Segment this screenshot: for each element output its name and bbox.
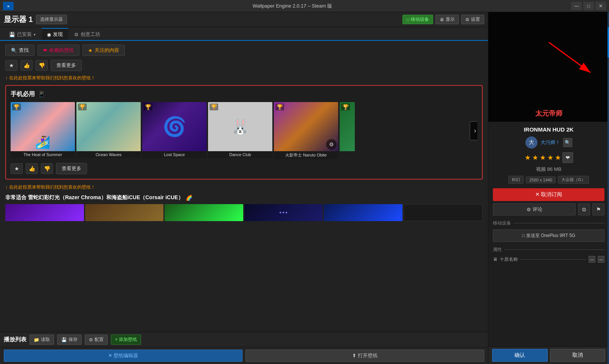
red-arrow-indicator	[541, 35, 602, 80]
titlebar-icon: »	[3, 2, 14, 10]
wallpaper-item-dance[interactable]: 🐰 🏆 Dance Club	[208, 102, 272, 159]
content-area: 🔍 查找 ❤ 收藏的壁纸 ★ 关注的内容 ★ 👍 👎 查看更多	[0, 41, 488, 332]
razer-thumb-2[interactable]	[85, 204, 164, 221]
star-section-button[interactable]: ★	[11, 163, 23, 174]
trophy-icon-4: 🏆	[210, 104, 218, 110]
wallpaper-item-ocean[interactable]: 🏆 Ocean Waves	[76, 102, 141, 159]
playlist-label: 播放列表	[4, 336, 26, 343]
divider-line-2	[504, 249, 604, 250]
star-5: ★	[555, 153, 561, 162]
titlebar-controls: — □ ✕	[571, 2, 606, 10]
add-wallpaper-button[interactable]: + 添加壁纸	[111, 335, 141, 345]
razer-thumb-1[interactable]	[5, 204, 84, 221]
wallpaper-item-heat[interactable]: 🏄‍♀️ 🏆 The Heat of Summer	[11, 102, 75, 159]
search-author-button[interactable]: 🔍	[563, 138, 572, 147]
playlist-read-button[interactable]: 📁 读取	[30, 335, 54, 345]
favorites-button[interactable]: ❤ 收藏的壁纸	[37, 45, 79, 56]
wallpaper-item-naruto[interactable]: ⚙ 🏆 火影帝士 Naruto Obite	[274, 102, 338, 159]
razer-thumb-4[interactable]: ✦✦✦	[244, 204, 323, 221]
confirm-button[interactable]: 确认	[492, 349, 548, 362]
props-minus-button[interactable]: —	[589, 256, 595, 263]
razer-thumb-6[interactable]	[404, 204, 483, 221]
review-button[interactable]: ⚙ 评论	[493, 203, 576, 215]
playlist-config-button[interactable]: ⚙ 配置	[85, 335, 108, 345]
file-size: 视频 86 MB	[493, 166, 604, 173]
razer-thumbs: ✦✦✦	[5, 204, 483, 221]
razer-thumb-3[interactable]	[165, 204, 243, 221]
close-button[interactable]: ✕	[595, 2, 606, 10]
next-button[interactable]: ›	[470, 121, 477, 140]
wallpaper-item-painting[interactable]: 🏆	[340, 102, 355, 159]
mobile-section: 手机必用 📱 🏄‍♀️ 🏆 The Heat of Summer	[5, 85, 483, 180]
star-2: ★	[532, 153, 538, 162]
razer-section-header: 非常适合 雷蛇幻彩灯光（Razer Chroma）和海盗船iCUE（Corsai…	[5, 194, 483, 201]
wallpaper-label-1: The Heat of Summer	[11, 151, 75, 158]
display-button[interactable]: 🖥 显示	[435, 15, 459, 24]
more-section-button[interactable]: 查看更多	[56, 163, 87, 174]
mobile-divider: 移动设备	[493, 220, 604, 226]
cancel-button[interactable]: 取消	[550, 349, 606, 362]
props-dash-button[interactable]: —	[598, 256, 604, 263]
author-avatar: 大	[525, 136, 538, 149]
like-button[interactable]: 👍	[20, 60, 33, 71]
unsubscribe-button[interactable]: ✕ 取消订阅	[493, 188, 604, 201]
mobile-section-header: 手机必用 📱	[11, 90, 477, 98]
more-button-top[interactable]: 查看更多	[51, 60, 82, 71]
tab-discover[interactable]: ◉ 发现	[42, 28, 68, 40]
favorite-button[interactable]: ❤	[562, 152, 573, 163]
discover-icon: ◉	[47, 32, 51, 37]
bottom-confirm: 确认 取消	[488, 346, 609, 364]
star-icon: ★	[88, 48, 93, 53]
settings-button[interactable]: ⚙ 设置	[461, 15, 484, 24]
preview-area: 太元帝师	[488, 12, 609, 122]
star-4: ★	[547, 153, 553, 162]
mobile-device-button[interactable]: □ 移动设备	[402, 15, 433, 24]
action-row-2: ★ 👍 👎 查看更多	[5, 60, 483, 71]
wallpaper-editor-button[interactable]: ✕ 壁纸编辑器	[4, 350, 242, 362]
wallpaper-item-space[interactable]: 🌀 🏆 Lost Space	[142, 102, 207, 159]
mobile-device-label: 移动设备	[493, 220, 511, 226]
maximize-button[interactable]: □	[583, 2, 594, 10]
star-rating-button[interactable]: ★	[5, 60, 17, 71]
choose-monitor-button[interactable]: 选择显示器	[36, 15, 67, 24]
wallpaper-label-2: Ocean Waves	[76, 151, 141, 158]
wallpaper-row: 🏄‍♀️ 🏆 The Heat of Summer 🏆 Ocean Waves	[11, 102, 477, 159]
flag-button[interactable]: ⚑	[592, 203, 604, 215]
up-arrow-icon: ↑	[5, 76, 8, 81]
trophy-icon-1: 🏆	[12, 104, 21, 110]
search-button[interactable]: 🔍 查找	[5, 45, 34, 56]
upload-icon: ⬆	[352, 353, 356, 358]
wallpaper-title: IRONMAN HUD 2K	[493, 126, 604, 133]
tab-installed[interactable]: 💾 已安装 ▾	[4, 28, 41, 40]
author-name[interactable]: 大污师！	[541, 139, 560, 146]
send-to-device-button[interactable]: □ 发送至 OnePlus 9RT 5G	[493, 229, 604, 242]
props-title: 十原名称	[500, 256, 518, 263]
search-icon: 🔍	[11, 48, 17, 53]
bunny-icon: 🐰	[231, 118, 250, 136]
editor-icon: ✕	[108, 353, 112, 358]
playlist-bar: 播放列表 📁 读取 💾 保存 ⚙ 配置 + 添加壁纸	[0, 332, 488, 347]
dislike-button[interactable]: 👎	[36, 60, 48, 71]
dislike-section-button[interactable]: 👎	[41, 163, 53, 174]
tab-workshop[interactable]: ⚙ 创意工坊	[69, 28, 106, 40]
mobile-icon: □	[407, 17, 409, 22]
rainbow-icon: 🌈	[186, 195, 192, 201]
wallpaper-label-5: 火影帝士 Naruto Obite	[274, 151, 338, 159]
following-button[interactable]: ★ 关注的内容	[82, 45, 125, 56]
copy-button[interactable]: ⧉	[578, 203, 590, 215]
gear-icon: ⚙	[465, 17, 469, 22]
like-section-button[interactable]: 👍	[26, 163, 38, 174]
bottom-buttons: ✕ 壁纸编辑器 ⬆ 打开壁纸	[0, 347, 488, 364]
razer-thumb-5[interactable]	[324, 204, 402, 221]
wallpaper-label-4: Dance Club	[208, 151, 272, 158]
steam-icon: ⚙	[527, 207, 531, 212]
top-bar: 显示器 1 选择显示器 □ 移动设备 🖥 显示 ⚙ 设置	[0, 12, 488, 27]
workshop-icon: ⚙	[74, 32, 79, 37]
minimize-button[interactable]: —	[571, 2, 582, 10]
props-icon: 🖥	[493, 257, 497, 262]
phone-icon: 📱	[38, 91, 45, 98]
playlist-save-button[interactable]: 💾 保存	[57, 335, 82, 345]
review-row: ⚙ 评论 ⧉ ⚑	[493, 203, 604, 215]
stars-row: ★ ★ ★ ★ ★ ❤	[493, 152, 604, 163]
open-wallpaper-button[interactable]: ⬆ 打开壁纸	[245, 350, 484, 362]
